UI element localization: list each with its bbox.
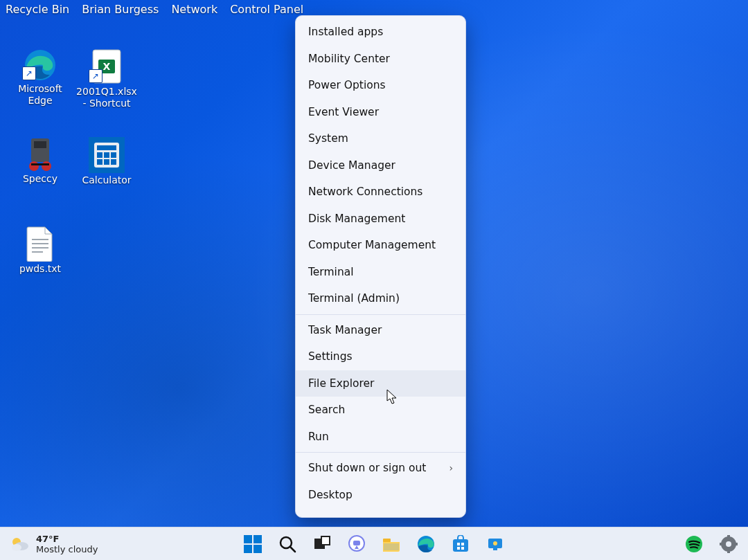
menu-item-settings[interactable]: Settings — [296, 343, 465, 370]
search-icon — [278, 535, 296, 553]
taskbar-start-button[interactable] — [238, 529, 268, 559]
svg-line-30 — [290, 547, 295, 552]
svg-rect-5 — [34, 141, 46, 148]
menu-item-label: Terminal — [308, 266, 354, 278]
svg-rect-26 — [253, 535, 262, 543]
taskbar-spotify-button[interactable] — [679, 529, 709, 559]
menu-item-label: Shut down or sign out — [308, 462, 426, 474]
taskbar-weather-widget[interactable]: 47°F Mostly cloudy — [0, 534, 107, 554]
svg-rect-14 — [111, 152, 116, 158]
desktop-label-brian-burgess[interactable]: Brian Burgess — [82, 3, 159, 16]
menu-item-system[interactable]: System — [296, 125, 465, 152]
taskbar-search-button[interactable] — [272, 529, 303, 559]
menu-item-label: Desktop — [308, 489, 353, 501]
menu-item-label: Mobility Center — [308, 53, 390, 65]
menu-item-disk-management[interactable]: Disk Management — [296, 206, 465, 233]
svg-rect-38 — [453, 539, 468, 552]
menu-item-label: Computer Management — [308, 239, 436, 251]
svg-rect-27 — [244, 545, 252, 553]
menu-item-label: Terminal (Admin) — [308, 292, 400, 305]
desktop-icon-calculator[interactable]: Calculator — [75, 137, 139, 187]
taskbar-file-explorer-button[interactable] — [376, 529, 407, 559]
shortcut-arrow-icon: ↗ — [89, 69, 103, 83]
menu-item-terminal-admin[interactable]: Terminal (Admin) — [296, 285, 465, 312]
spotify-icon — [685, 535, 703, 553]
taskbar-chat-button[interactable] — [341, 529, 372, 559]
menu-item-computer-management[interactable]: Computer Management — [296, 232, 465, 259]
menu-item-power-options[interactable]: Power Options — [296, 72, 465, 99]
menu-item-file-explorer[interactable]: File Explorer — [296, 370, 465, 397]
menu-item-event-viewer[interactable]: Event Viewer — [296, 99, 465, 126]
taskbar-task-view-button[interactable] — [307, 529, 337, 559]
svg-rect-41 — [457, 547, 460, 550]
chat-icon — [348, 535, 366, 553]
svg-rect-40 — [461, 543, 464, 545]
svg-rect-25 — [244, 535, 252, 543]
menu-item-label: Settings — [308, 350, 353, 363]
svg-rect-32 — [321, 536, 330, 545]
svg-rect-39 — [457, 543, 460, 545]
menu-item-label: Installed apps — [308, 26, 383, 38]
menu-item-installed-apps[interactable]: Installed apps — [296, 19, 465, 46]
menu-item-label: File Explorer — [308, 377, 374, 390]
desktop-icon-speccy[interactable]: Speccy — [8, 137, 72, 187]
menu-item-label: Disk Management — [308, 213, 405, 225]
svg-point-6 — [29, 161, 39, 171]
desktop-label-control-panel[interactable]: Control Panel — [230, 3, 303, 16]
taskbar-right-tray — [679, 529, 744, 559]
menu-item-terminal[interactable]: Terminal — [296, 259, 465, 286]
edge-icon — [417, 535, 435, 553]
taskbar-tips-button[interactable] — [480, 529, 510, 559]
weather-text: 47°F Mostly cloudy — [36, 534, 98, 554]
svg-rect-17 — [111, 159, 116, 165]
menu-item-label: Power Options — [308, 79, 386, 91]
svg-point-48 — [726, 541, 731, 547]
menu-item-shut-down-or-sign-out[interactable]: Shut down or sign out› — [296, 455, 465, 482]
tips-icon — [486, 535, 504, 553]
menu-separator — [296, 452, 465, 453]
svg-point-24 — [12, 544, 21, 551]
menu-item-task-manager[interactable]: Task Manager — [296, 317, 465, 344]
taskbar-settings-button[interactable] — [713, 529, 744, 559]
desktop-top-labels: Recycle Bin Brian Burgess Network Contro… — [6, 3, 303, 16]
menu-item-mobility-center[interactable]: Mobility Center — [296, 46, 465, 73]
weather-icon — [10, 534, 29, 554]
svg-rect-11 — [97, 145, 116, 150]
desktop-icon-label: Microsoft Edge — [8, 83, 72, 107]
desktop-icon-excel-shortcut[interactable]: X ↗ 2001Q1.xlsx - Shortcut — [75, 48, 139, 98]
desktop-icon-label: Speccy — [23, 173, 57, 197]
folder-icon — [382, 536, 401, 552]
svg-rect-8 — [31, 163, 49, 165]
store-icon — [452, 535, 470, 553]
svg-point-7 — [42, 161, 51, 171]
svg-rect-49 — [727, 535, 730, 539]
menu-item-label: Task Manager — [308, 324, 382, 336]
desktop-icon-label: 2001Q1.xlsx - Shortcut — [75, 86, 139, 109]
menu-item-desktop[interactable]: Desktop — [296, 482, 465, 509]
menu-item-label: System — [308, 132, 348, 145]
svg-rect-28 — [253, 545, 262, 553]
calculator-icon — [89, 137, 125, 173]
desktop-icon-pwds-txt[interactable]: pwds.txt — [8, 226, 72, 276]
desktop[interactable]: Recycle Bin Brian Burgess Network Contro… — [0, 0, 748, 527]
weather-condition: Mostly cloudy — [36, 544, 98, 554]
task-view-icon — [313, 535, 331, 553]
desktop-label-recycle-bin[interactable]: Recycle Bin — [6, 3, 69, 16]
svg-rect-12 — [97, 152, 103, 158]
desktop-icon-label: Calculator — [82, 174, 131, 198]
desktop-label-network[interactable]: Network — [171, 3, 217, 16]
weather-temperature: 47°F — [36, 534, 98, 544]
shortcut-arrow-icon: ↗ — [22, 66, 36, 80]
menu-item-device-manager[interactable]: Device Manager — [296, 152, 465, 179]
power-user-menu: Installed appsMobility CenterPower Optio… — [295, 15, 466, 518]
svg-rect-52 — [734, 543, 738, 545]
menu-item-network-connections[interactable]: Network Connections — [296, 179, 465, 206]
menu-item-run[interactable]: Run — [296, 424, 465, 451]
taskbar-edge-button[interactable] — [411, 529, 441, 559]
taskbar: 47°F Mostly cloudy — [0, 527, 748, 560]
menu-item-label: Event Viewer — [308, 106, 379, 118]
menu-item-label: Run — [308, 431, 329, 443]
taskbar-store-button[interactable] — [445, 529, 476, 559]
menu-item-search[interactable]: Search — [296, 397, 465, 424]
desktop-icon-edge[interactable]: ↗ Microsoft Edge — [8, 48, 72, 98]
